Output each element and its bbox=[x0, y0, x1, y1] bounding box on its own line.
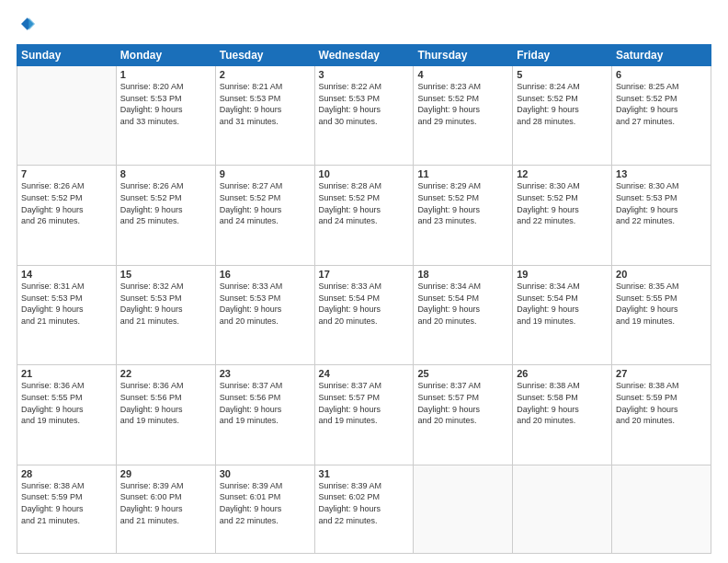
day-info: and 20 minutes. bbox=[616, 415, 707, 427]
day-info: and 19 minutes. bbox=[517, 316, 608, 327]
day-info: Daylight: 9 hours bbox=[120, 204, 211, 216]
calendar-cell: 20Sunrise: 8:35 AMSunset: 5:55 PMDayligh… bbox=[612, 265, 711, 364]
day-info: Sunset: 5:55 PM bbox=[21, 392, 112, 404]
calendar-cell bbox=[414, 465, 513, 553]
day-info: Sunset: 5:53 PM bbox=[120, 93, 211, 105]
day-info: Daylight: 9 hours bbox=[417, 104, 508, 116]
calendar-table: SundayMondayTuesdayWednesdayThursdayFrid… bbox=[17, 44, 711, 554]
day-info: and 21 minutes. bbox=[120, 316, 211, 327]
day-info: Daylight: 9 hours bbox=[616, 104, 707, 116]
day-info: Sunrise: 8:27 AM bbox=[220, 180, 311, 192]
day-info: Sunrise: 8:21 AM bbox=[220, 81, 311, 93]
day-info: and 20 minutes. bbox=[417, 316, 508, 327]
calendar-cell: 21Sunrise: 8:36 AMSunset: 5:55 PMDayligh… bbox=[17, 365, 117, 465]
calendar-cell: 19Sunrise: 8:34 AMSunset: 5:54 PMDayligh… bbox=[513, 265, 612, 364]
day-info: Sunset: 5:54 PM bbox=[517, 293, 608, 304]
calendar-cell: 16Sunrise: 8:33 AMSunset: 5:53 PMDayligh… bbox=[215, 265, 314, 364]
day-info: Sunset: 5:52 PM bbox=[417, 192, 508, 204]
day-info: Sunrise: 8:38 AM bbox=[517, 380, 608, 392]
day-info: Sunrise: 8:28 AM bbox=[319, 180, 410, 192]
day-info: Sunrise: 8:26 AM bbox=[120, 180, 211, 192]
day-info: Sunset: 5:55 PM bbox=[616, 293, 707, 304]
day-info: and 27 minutes. bbox=[616, 116, 707, 128]
calendar-header-monday: Monday bbox=[116, 45, 215, 66]
day-info: and 22 minutes. bbox=[616, 215, 707, 227]
day-info: Sunrise: 8:37 AM bbox=[319, 380, 410, 392]
day-info: and 19 minutes. bbox=[220, 415, 311, 427]
calendar-cell: 11Sunrise: 8:29 AMSunset: 5:52 PMDayligh… bbox=[414, 166, 513, 265]
day-info: Sunrise: 8:24 AM bbox=[517, 81, 608, 93]
day-info: Sunset: 5:59 PM bbox=[616, 392, 707, 404]
calendar-cell: 23Sunrise: 8:37 AMSunset: 5:56 PMDayligh… bbox=[215, 365, 314, 465]
day-number: 29 bbox=[120, 468, 211, 479]
calendar-cell: 9Sunrise: 8:27 AMSunset: 5:52 PMDaylight… bbox=[215, 166, 314, 265]
day-number: 14 bbox=[21, 269, 112, 280]
day-info: and 22 minutes. bbox=[220, 515, 311, 527]
day-info: and 24 minutes. bbox=[319, 215, 410, 227]
calendar-header-thursday: Thursday bbox=[414, 45, 513, 66]
day-info: Sunset: 5:52 PM bbox=[21, 192, 112, 204]
calendar-cell: 25Sunrise: 8:37 AMSunset: 5:57 PMDayligh… bbox=[414, 365, 513, 465]
day-number: 23 bbox=[220, 368, 311, 379]
day-info: and 23 minutes. bbox=[417, 215, 508, 227]
day-info: Daylight: 9 hours bbox=[319, 304, 410, 316]
day-info: Daylight: 9 hours bbox=[616, 404, 707, 416]
day-info: Daylight: 9 hours bbox=[21, 503, 112, 515]
day-number: 11 bbox=[417, 168, 508, 179]
calendar-cell: 8Sunrise: 8:26 AMSunset: 5:52 PMDaylight… bbox=[116, 166, 215, 265]
day-number: 27 bbox=[616, 368, 707, 379]
day-number: 6 bbox=[616, 69, 707, 80]
calendar-cell: 4Sunrise: 8:23 AMSunset: 5:52 PMDaylight… bbox=[414, 66, 513, 166]
calendar-cell: 27Sunrise: 8:38 AMSunset: 5:59 PMDayligh… bbox=[612, 365, 711, 465]
calendar-cell: 14Sunrise: 8:31 AMSunset: 5:53 PMDayligh… bbox=[17, 265, 117, 364]
day-info: Sunrise: 8:29 AM bbox=[417, 180, 508, 192]
calendar-cell: 31Sunrise: 8:39 AMSunset: 6:02 PMDayligh… bbox=[314, 465, 414, 553]
day-info: Sunset: 5:54 PM bbox=[319, 293, 410, 304]
calendar-cell: 24Sunrise: 8:37 AMSunset: 5:57 PMDayligh… bbox=[314, 365, 414, 465]
day-info: Sunset: 5:53 PM bbox=[120, 293, 211, 304]
day-number: 17 bbox=[319, 269, 410, 280]
day-info: and 19 minutes. bbox=[21, 415, 112, 427]
day-info: Sunset: 5:52 PM bbox=[616, 93, 707, 105]
day-info: Sunrise: 8:37 AM bbox=[220, 380, 311, 392]
calendar-week-1: 7Sunrise: 8:26 AMSunset: 5:52 PMDaylight… bbox=[17, 166, 711, 265]
day-info: Daylight: 9 hours bbox=[220, 503, 311, 515]
day-info: and 33 minutes. bbox=[120, 116, 211, 128]
calendar-cell: 17Sunrise: 8:33 AMSunset: 5:54 PMDayligh… bbox=[314, 265, 414, 364]
day-info: Sunrise: 8:39 AM bbox=[120, 480, 211, 492]
day-number: 1 bbox=[120, 69, 211, 80]
day-info: Sunrise: 8:23 AM bbox=[417, 81, 508, 93]
day-info: Daylight: 9 hours bbox=[616, 304, 707, 316]
day-number: 4 bbox=[417, 69, 508, 80]
calendar-cell: 5Sunrise: 8:24 AMSunset: 5:52 PMDaylight… bbox=[513, 66, 612, 166]
day-number: 7 bbox=[21, 168, 112, 179]
calendar-cell: 10Sunrise: 8:28 AMSunset: 5:52 PMDayligh… bbox=[314, 166, 414, 265]
day-info: and 20 minutes. bbox=[220, 316, 311, 327]
header bbox=[17, 15, 711, 37]
day-number: 12 bbox=[517, 168, 608, 179]
day-number: 31 bbox=[319, 468, 410, 479]
day-info: Daylight: 9 hours bbox=[21, 204, 112, 216]
day-info: and 21 minutes. bbox=[21, 316, 112, 327]
day-number: 15 bbox=[120, 269, 211, 280]
day-info: Sunset: 5:52 PM bbox=[417, 93, 508, 105]
day-info: and 25 minutes. bbox=[120, 215, 211, 227]
day-info: Sunrise: 8:30 AM bbox=[616, 180, 707, 192]
calendar-week-3: 21Sunrise: 8:36 AMSunset: 5:55 PMDayligh… bbox=[17, 365, 711, 465]
calendar-cell: 28Sunrise: 8:38 AMSunset: 5:59 PMDayligh… bbox=[17, 465, 117, 553]
day-info: Sunset: 5:53 PM bbox=[220, 93, 311, 105]
day-info: Daylight: 9 hours bbox=[220, 204, 311, 216]
day-info: Sunrise: 8:35 AM bbox=[616, 281, 707, 293]
calendar-cell: 2Sunrise: 8:21 AMSunset: 5:53 PMDaylight… bbox=[215, 66, 314, 166]
day-info: Sunrise: 8:31 AM bbox=[21, 281, 112, 293]
calendar-cell: 6Sunrise: 8:25 AMSunset: 5:52 PMDaylight… bbox=[612, 66, 711, 166]
day-info: Daylight: 9 hours bbox=[616, 204, 707, 216]
calendar-cell: 1Sunrise: 8:20 AMSunset: 5:53 PMDaylight… bbox=[116, 66, 215, 166]
calendar-cell: 26Sunrise: 8:38 AMSunset: 5:58 PMDayligh… bbox=[513, 365, 612, 465]
calendar-header-friday: Friday bbox=[513, 45, 612, 66]
day-number: 24 bbox=[319, 368, 410, 379]
day-info: Daylight: 9 hours bbox=[517, 304, 608, 316]
day-info: Daylight: 9 hours bbox=[120, 104, 211, 116]
day-info: Sunrise: 8:38 AM bbox=[21, 480, 112, 492]
day-info: Sunrise: 8:33 AM bbox=[319, 281, 410, 293]
